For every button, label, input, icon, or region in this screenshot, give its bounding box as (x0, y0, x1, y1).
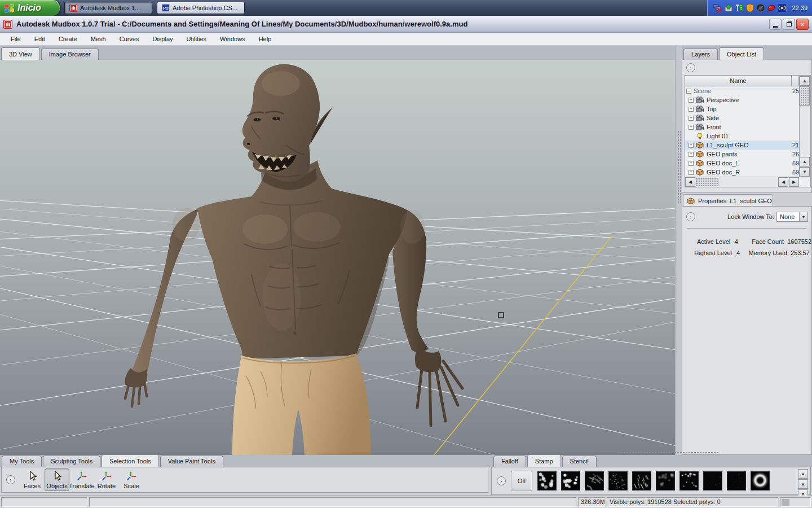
tab-image-browser[interactable]: Image Browser (41, 49, 99, 60)
scroll-up-button[interactable]: ▲ (800, 76, 810, 86)
taskbar-window-photoshop[interactable]: Ps Adobe Photoshop CS... (157, 2, 245, 14)
tab-my-tools[interactable]: My Tools (2, 456, 42, 467)
tab-selection-tools[interactable]: Selection Tools (102, 454, 159, 467)
properties-panel: › Lock Window To: None ▼ Active Level 4 … (682, 206, 812, 455)
stamp-soft-dots[interactable] (656, 471, 675, 491)
expand-icon[interactable]: + (689, 170, 694, 175)
signal-strength-icon[interactable] (735, 3, 744, 12)
stamp-ring[interactable] (751, 471, 770, 491)
stamp-blobs-1[interactable] (537, 471, 557, 491)
geometry-cube-icon (696, 142, 704, 148)
3d-viewport[interactable] (0, 60, 675, 455)
expand-icon[interactable]: + (689, 98, 694, 103)
stamp-faint-dots[interactable] (727, 471, 746, 491)
expand-icon[interactable]: + (689, 107, 694, 112)
tab-stamp[interactable]: Stamp (527, 454, 561, 467)
updates-icon[interactable] (724, 3, 733, 12)
tree-row-light-01[interactable]: + Light 01 (685, 132, 799, 141)
splitter-grip-icon (677, 130, 681, 204)
menu-help[interactable]: Help (253, 34, 278, 44)
menu-windows[interactable]: Windows (214, 34, 251, 44)
wireless-icon[interactable] (778, 3, 787, 12)
stamp-dark[interactable] (703, 471, 722, 491)
menu-utilities[interactable]: Utilities (180, 34, 213, 44)
tree-row-scene[interactable]: − Scene 25 (685, 86, 799, 95)
expand-icon[interactable]: + (689, 116, 694, 121)
scroll-right-button[interactable]: ▶ (789, 177, 799, 187)
panel-expander-button[interactable]: › (686, 63, 695, 72)
panel-expander-button[interactable]: › (6, 475, 15, 484)
scrollbar-thumb[interactable] (696, 178, 718, 186)
close-button[interactable]: × (796, 19, 809, 30)
stamp-dashes[interactable] (632, 471, 651, 491)
chevron-down-icon[interactable]: ▼ (799, 212, 807, 221)
taskbar-window-mudbox[interactable]: Autodesk Mudbox 1.... (64, 2, 152, 14)
tree-row-side[interactable]: + Side (685, 113, 799, 122)
menu-curves[interactable]: Curves (113, 34, 145, 44)
tree-row-top[interactable]: + Top (685, 104, 799, 113)
panel-expander-button[interactable]: › (686, 212, 695, 221)
collapse-icon[interactable]: − (686, 89, 691, 94)
scroll-up-button[interactable]: ▲ (800, 157, 810, 167)
tab-object-list[interactable]: Object List (719, 47, 764, 60)
tab-3d-view[interactable]: 3D View (1, 47, 40, 60)
start-button-label: Inicio (17, 3, 41, 13)
tree-row-front[interactable]: + Front (685, 122, 799, 132)
lock-window-dropdown[interactable]: None ▼ (776, 212, 808, 222)
tab-falloff[interactable]: Falloff (493, 456, 526, 467)
panel-drag-grip[interactable] (617, 452, 719, 454)
mouse-icon[interactable] (767, 3, 776, 12)
panel-expander-button[interactable]: › (497, 476, 506, 485)
expand-icon[interactable]: + (689, 152, 694, 157)
scroll-left-button[interactable]: ◀ (685, 177, 695, 187)
column-header-name[interactable]: Name (685, 76, 792, 86)
object-list-vscrollbar[interactable]: ▲ ▲ ▼ (799, 76, 810, 177)
scroll-up-button[interactable]: ▲ (798, 479, 808, 489)
scroll-down-button[interactable]: ▼ (800, 167, 810, 177)
tool-rotate[interactable]: Rotate (94, 468, 119, 491)
object-list-hscrollbar[interactable]: ◀ ◀ ▶ (685, 177, 799, 187)
minimize-button[interactable] (769, 19, 782, 30)
network-offline-icon[interactable] (713, 3, 722, 12)
tree-row-geo-pants[interactable]: + GEO pants 26 (685, 150, 799, 159)
menu-edit[interactable]: Edit (28, 34, 51, 44)
scroll-up-button[interactable]: ▲ (798, 469, 808, 479)
menu-file[interactable]: File (5, 34, 27, 44)
expand-icon[interactable]: + (689, 125, 694, 130)
restore-button[interactable] (783, 19, 795, 30)
tool-objects[interactable]: Objects (45, 468, 69, 491)
tree-row-perspective[interactable]: + Perspective (685, 95, 799, 104)
tab-sculpting-tools[interactable]: Sculpting Tools (43, 456, 100, 467)
expand-icon[interactable]: + (689, 143, 694, 148)
stamp-scratches[interactable] (585, 471, 604, 491)
tab-stencil[interactable]: Stencil (562, 456, 597, 467)
menu-display[interactable]: Display (146, 34, 179, 44)
properties-tab[interactable]: Properties: L1_sculpt GEO (683, 194, 773, 207)
tree-row-l1-sculpt-geo[interactable]: + L1_sculpt GEO 21 (685, 141, 799, 150)
tab-layers[interactable]: Layers (683, 49, 718, 60)
menu-create[interactable]: Create (52, 34, 83, 44)
scroll-left-button[interactable]: ◀ (778, 177, 788, 187)
stamp-scrollbar: ▲ ▲ ▼ (798, 469, 808, 499)
taskbar-window-label: Autodesk Mudbox 1.... (80, 5, 142, 11)
tab-value-paint-tools[interactable]: Value Paint Tools (160, 456, 223, 467)
monitor-icon[interactable] (756, 3, 765, 12)
expand-icon[interactable]: + (689, 161, 694, 166)
stamp-off-button[interactable]: Off (511, 471, 532, 491)
menu-mesh[interactable]: Mesh (85, 34, 112, 44)
tree-row-geo-doc-r[interactable]: + GEO doc_R 69 (685, 168, 799, 177)
tool-translate[interactable]: Translate (69, 468, 94, 491)
stamp-blobs-2[interactable] (561, 471, 580, 491)
tool-scale[interactable]: Scale (119, 468, 144, 491)
minimize-icon (773, 26, 778, 28)
tool-faces[interactable]: Faces (20, 468, 45, 491)
start-button[interactable]: Inicio (0, 0, 60, 16)
panel-splitter[interactable] (675, 46, 682, 455)
scrollbar-thumb[interactable] (800, 86, 810, 106)
tree-row-geo-doc-l[interactable]: + GEO doc_L 69 (685, 159, 799, 168)
status-segment-grip (780, 497, 811, 507)
stamp-splatter[interactable] (679, 471, 699, 491)
security-shield-icon[interactable] (745, 3, 754, 12)
stamp-speckle[interactable] (608, 471, 628, 491)
column-header-value[interactable] (792, 76, 799, 86)
